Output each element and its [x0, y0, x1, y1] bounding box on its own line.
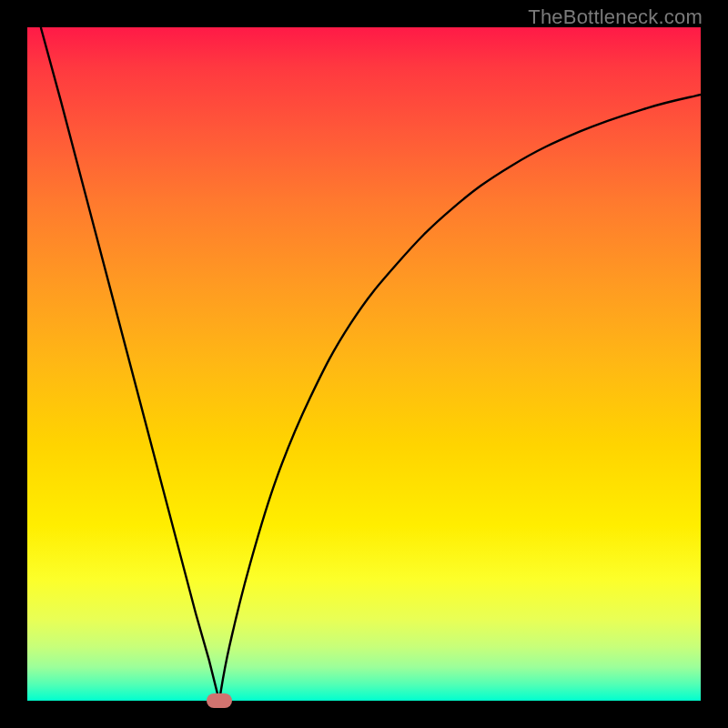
curve-layer	[27, 27, 701, 701]
chart-container: TheBottleneck.com	[0, 0, 728, 728]
vertex-marker	[207, 693, 232, 708]
plot-area	[27, 27, 701, 701]
watermark-text: TheBottleneck.com	[528, 5, 703, 29]
right-branch-curve	[219, 95, 701, 701]
left-branch-curve	[41, 27, 219, 701]
